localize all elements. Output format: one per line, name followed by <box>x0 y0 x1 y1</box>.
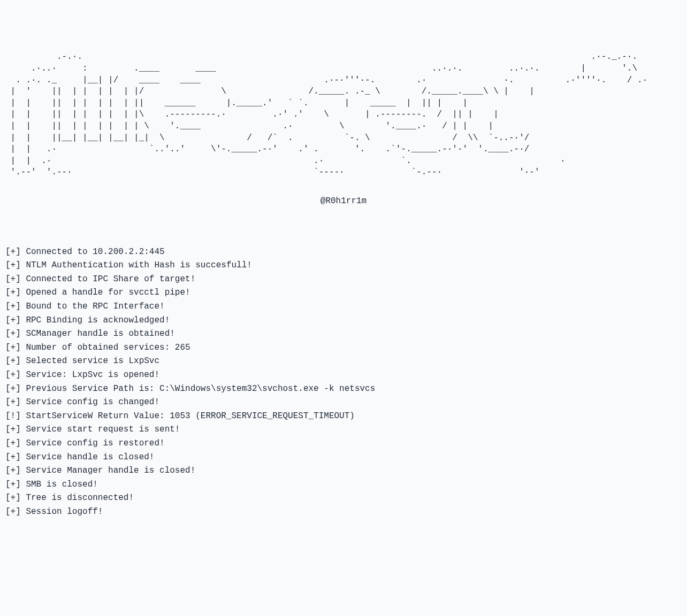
log-message: Service Manager handle is closed! <box>21 466 195 475</box>
log-prefix: [+] <box>5 425 21 434</box>
log-prefix: [+] <box>5 302 21 311</box>
log-message: StartServiceW Return Value: 1053 (ERROR_… <box>21 411 355 421</box>
log-prefix: [+] <box>5 329 21 338</box>
log-line: [+] Service config is restored! <box>5 437 682 451</box>
log-line: [+] NTLM Authentication with Hash is suc… <box>5 259 682 273</box>
log-line: [+] Connected to 10.200.2.2:445 <box>5 245 682 259</box>
log-prefix: [+] <box>5 370 21 380</box>
log-message: RPC Binding is acknowledged! <box>21 315 170 325</box>
log-prefix: [+] <box>5 438 21 448</box>
log-prefix: [+] <box>5 507 21 517</box>
log-line: [+] RPC Binding is acknowledged! <box>5 314 682 328</box>
log-line: [+] Number of obtained services: 265 <box>5 341 682 355</box>
log-message: Number of obtained services: 265 <box>21 343 190 352</box>
log-line: [+] Service start request is sent! <box>5 423 682 437</box>
log-message: Previous Service Path is: C:\Windows\sys… <box>21 384 376 394</box>
log-line: [+] Previous Service Path is: C:\Windows… <box>5 382 682 396</box>
log-message: Tree is disconnected! <box>21 493 134 503</box>
log-line: [+] SMB is closed! <box>5 478 682 492</box>
log-line: [+] Service: LxpSvc is opened! <box>5 368 682 382</box>
log-line: [!] StartServiceW Return Value: 1053 (ER… <box>5 410 682 424</box>
log-line: [+] Service Manager handle is closed! <box>5 464 682 478</box>
log-message: Connected to IPC Share of target! <box>21 274 195 284</box>
log-message: Selected service is LxpSvc <box>21 356 159 366</box>
log-message: Connected to 10.200.2.2:445 <box>21 247 165 257</box>
log-line: [+] Tree is disconnected! <box>5 491 682 505</box>
log-prefix: [+] <box>5 466 21 475</box>
log-prefix: [+] <box>5 356 21 366</box>
log-message: SCManager handle is obtained! <box>21 329 175 338</box>
log-prefix: [+] <box>5 493 21 503</box>
log-message: Service: LxpSvc is opened! <box>21 370 159 380</box>
log-prefix: [+] <box>5 480 21 489</box>
log-prefix: [+] <box>5 343 21 352</box>
log-line: [+] SCManager handle is obtained! <box>5 327 682 341</box>
log-message: Opened a handle for svcctl pipe! <box>21 288 190 297</box>
log-message: Service config is changed! <box>21 397 159 407</box>
log-prefix: [+] <box>5 384 21 394</box>
log-prefix: [+] <box>5 315 21 325</box>
log-message: Service config is restored! <box>21 438 165 448</box>
log-line: [+] Opened a handle for svcctl pipe! <box>5 286 682 300</box>
log-line: [+] Bound to the RPC Interface! <box>5 300 682 314</box>
log-message: SMB is closed! <box>21 480 98 489</box>
log-line: [+] Session logoff! <box>5 505 682 519</box>
log-message: Bound to the RPC Interface! <box>21 302 165 311</box>
log-prefix: [+] <box>5 452 21 462</box>
log-prefix: [+] <box>5 288 21 297</box>
log-line: [+] Service handle is closed! <box>5 451 682 465</box>
log-line: [+] Selected service is LxpSvc <box>5 355 682 368</box>
log-line: [+] Service config is changed! <box>5 396 682 410</box>
log-prefix: [+] <box>5 260 21 270</box>
log-line: [+] Connected to IPC Share of target! <box>5 273 682 287</box>
log-message: Service handle is closed! <box>21 452 155 462</box>
log-output: [+] Connected to 10.200.2.2:445[+] NTLM … <box>5 245 682 519</box>
author-handle: @R0h1rr1m <box>5 196 682 207</box>
log-prefix: [+] <box>5 274 21 284</box>
log-prefix: [+] <box>5 397 21 407</box>
ascii-logo-banner: .-.·. .·-._.-·. .·..· : .____ ____ ..· <box>5 51 682 179</box>
log-message: Service start request is sent! <box>21 425 180 434</box>
log-prefix: [!] <box>5 411 21 421</box>
log-prefix: [+] <box>5 247 21 257</box>
log-message: Session logoff! <box>21 507 103 517</box>
log-message: NTLM Authentication with Hash is succesf… <box>21 260 252 270</box>
